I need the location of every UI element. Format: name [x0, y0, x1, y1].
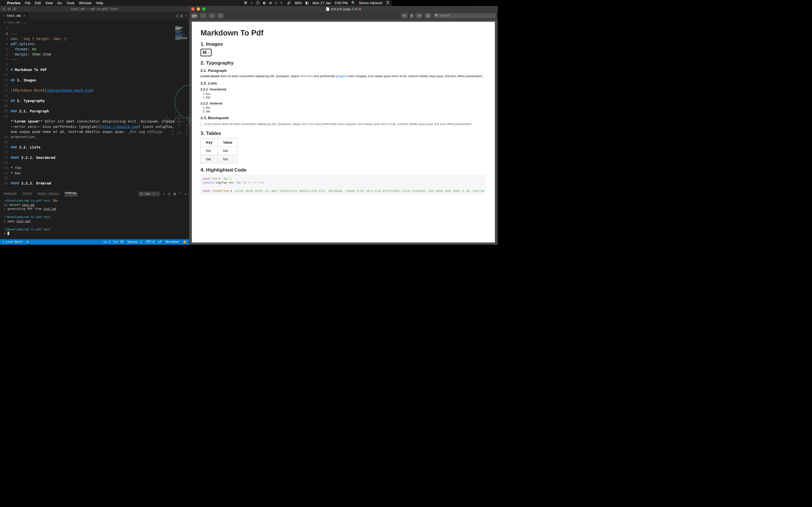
doc-s1: 1. Images — [200, 41, 486, 47]
list-item: foo — [206, 106, 486, 110]
add-terminal-icon[interactable]: + — [163, 192, 165, 195]
traffic-close[interactable] — [2, 7, 6, 11]
highlight-button[interactable]: ✎ — [401, 13, 408, 18]
menu-window[interactable]: Window — [79, 1, 92, 5]
macos-menubar: Preview File Edit View Go Tools Window H… — [0, 0, 392, 6]
menu-file[interactable]: File — [25, 1, 31, 5]
list-item: bar — [206, 96, 486, 100]
minimap[interactable] — [174, 25, 189, 190]
status-icon-2[interactable]: ○ — [251, 1, 253, 5]
tab-output[interactable]: OUTPUT — [22, 192, 32, 195]
doc-icon: 📄 — [326, 7, 329, 11]
paragraph: Lorem ipsum dolor sit amet consectetur a… — [200, 74, 486, 78]
cursor-pos[interactable]: Ln 2, Col 28 — [103, 240, 123, 244]
layout-icon[interactable]: ▥ — [181, 13, 183, 18]
split-terminal-icon[interactable]: ◫ — [168, 192, 170, 195]
zoom-in-button[interactable]: + — [208, 13, 215, 18]
menu-icon[interactable]: ☰ — [386, 1, 389, 5]
doc-s221: 2.2.1. Unordered — [200, 88, 486, 92]
menu-go[interactable]: Go — [57, 1, 62, 5]
time-text[interactable]: 3:50 PM — [335, 1, 348, 5]
menu-view[interactable]: View — [45, 1, 53, 5]
traffic-min[interactable] — [8, 7, 11, 11]
breadcrumb[interactable]: ♯ test.md › … — [0, 19, 189, 25]
googlum-link[interactable]: googlum — [336, 74, 347, 78]
pv-titlebar[interactable]: 📄 test.pdf (page 1 of 2) — [189, 6, 498, 12]
doc-s222: 2.2.2. Ordered — [200, 101, 486, 105]
tab-terminal[interactable]: TERMINAL — [64, 191, 77, 196]
list-item: foo — [206, 92, 486, 96]
menu-tools[interactable]: Tools — [66, 1, 74, 5]
more-icon[interactable]: ⋯ — [185, 13, 188, 18]
traffic-close[interactable] — [192, 7, 195, 11]
code-block: const foo = 'bar'; console.log(foo === '… — [200, 175, 486, 194]
close-icon[interactable]: × — [23, 14, 26, 18]
date-text[interactable]: Mon 27 Jan — [312, 1, 331, 5]
share-button[interactable]: ⇪ — [217, 13, 224, 18]
tab-testmd[interactable]: ♯ test.md × — [0, 12, 29, 19]
vscode-titlebar[interactable]: test.md — md-to-pdf-test — [0, 6, 189, 12]
panel-tabs: PROBLEMS OUTPUT DEBUG CONSOLE TERMINAL 1… — [0, 190, 189, 197]
shell-select[interactable]: 1: zsh ▾ — [139, 191, 160, 196]
search-placeholder: Search — [440, 14, 450, 17]
encoding[interactable]: UTF-8 — [146, 240, 154, 244]
eol[interactable]: LF — [158, 240, 162, 244]
gutter: 123456789101112131415161718 192021222324… — [0, 25, 11, 190]
battery-icon[interactable]: ▮▯ — [305, 1, 309, 5]
tab-problems[interactable]: PROBLEMS — [4, 192, 17, 195]
menu-help[interactable]: Help — [96, 1, 103, 5]
spaces[interactable]: Spaces: 2 — [128, 240, 142, 244]
menu-edit[interactable]: Edit — [35, 1, 41, 5]
search-field[interactable]: 🔍 Search — [433, 13, 496, 18]
editor[interactable]: 123456789101112131415161718 192021222324… — [0, 25, 189, 190]
code-content[interactable]: --- css: 'img { height: 3em; }' pdf_opti… — [11, 25, 175, 190]
liveshare-button[interactable]: ⎋ Live Share — [3, 240, 22, 244]
close-panel-icon[interactable]: × — [185, 192, 186, 195]
zoom-out-button[interactable]: − — [200, 13, 206, 18]
list-item: bar — [206, 110, 486, 113]
doc-s22: 2.2. Lists — [200, 81, 486, 86]
bluetooth-icon[interactable]: ᚛ — [275, 1, 277, 5]
traffic-max[interactable] — [202, 7, 206, 11]
search-icon: 🔍 — [435, 14, 439, 17]
table: KeyValue foobar barfoo — [200, 138, 238, 163]
status-icon-4[interactable]: ◐ — [263, 1, 266, 5]
traffic-max[interactable] — [13, 7, 16, 11]
status-icon-3[interactable]: ⓘ — [256, 1, 259, 5]
editor-tabs: ♯ test.md × ◫ ▥ ⋯ — [0, 12, 189, 19]
kill-terminal-icon[interactable]: 🗑 — [173, 192, 176, 195]
sidebar-toggle[interactable]: ▥▾ — [191, 13, 198, 18]
app-name[interactable]: Preview — [7, 1, 20, 5]
bell-icon[interactable]: 🔔 — [183, 240, 186, 244]
statusbar: ⎋ Live Share ⟳ Ln 2, Col 28 Spaces: 2 UT… — [0, 239, 189, 244]
maximize-icon[interactable]: ^ — [180, 192, 181, 195]
status-icon-1[interactable]: ⌘ — [244, 1, 247, 5]
tab-label: test.md — [7, 14, 20, 18]
spotlight-icon[interactable]: 🔍 — [351, 1, 355, 5]
markup-button[interactable]: Ⓐ — [424, 13, 431, 18]
traffic-min[interactable] — [197, 7, 200, 11]
split-icon[interactable]: ◫ — [175, 13, 178, 18]
sync-icon[interactable]: ⟳ — [27, 240, 29, 244]
rotate-button[interactable]: ⟲ — [416, 13, 422, 18]
screen-icon[interactable]: ⧉ — [269, 1, 271, 5]
volume-icon[interactable]: 🔊 — [287, 1, 291, 5]
doc-h1: Markdown To Pdf — [200, 29, 486, 37]
language[interactable]: Markdown — [166, 240, 179, 244]
doc-s21: 2.1. Paragraph — [200, 68, 486, 73]
markdown-mark-icon: M↓ — [200, 49, 211, 56]
pdf-page[interactable]: Markdown To Pdf 1. Images M↓ 2. Typograp… — [192, 22, 495, 242]
doc-s23: 2.3. Blockquote — [200, 116, 486, 120]
pv-title: test.pdf (page 1 of 2) — [331, 7, 361, 11]
terminal[interactable]: ~/Downloads/md-to-pdf-test 10s ❯❯ md2pdf… — [0, 197, 189, 239]
highlight-dropdown[interactable]: ▾ — [410, 13, 414, 18]
window-title: test.md — md-to-pdf-test — [71, 7, 118, 11]
file-icon: ♯ — [3, 14, 5, 18]
vscode-window: test.md — md-to-pdf-test ♯ test.md × ◫ ▥… — [0, 6, 189, 244]
battery-text: 88% — [295, 1, 302, 5]
doc-s2: 2. Typography — [200, 60, 486, 66]
user-name[interactable]: Simon Hänisch — [359, 1, 383, 5]
doc-s3: 3. Tables — [200, 130, 486, 136]
tab-debug[interactable]: DEBUG CONSOLE — [38, 192, 59, 195]
wifi-icon[interactable]: ᯤ — [280, 1, 284, 5]
